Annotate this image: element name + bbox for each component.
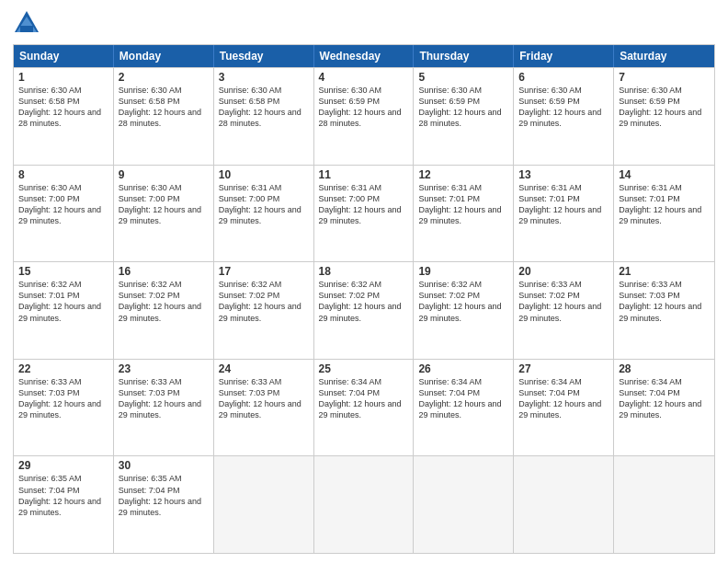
day-number: 7	[619, 71, 710, 84]
calendar-cell: 5Sunrise: 6:30 AMSunset: 6:59 PMDaylight…	[414, 68, 514, 165]
day-number: 23	[119, 362, 209, 375]
day-number: 19	[418, 265, 508, 278]
svg-rect-2	[20, 26, 33, 32]
calendar-cell: 20Sunrise: 6:33 AMSunset: 7:02 PMDayligh…	[514, 262, 614, 359]
day-info: Sunrise: 6:30 AMSunset: 6:58 PMDaylight:…	[119, 85, 209, 130]
day-number: 5	[418, 71, 508, 84]
calendar-cell: 26Sunrise: 6:34 AMSunset: 7:04 PMDayligh…	[414, 360, 514, 456]
calendar-cell: 6Sunrise: 6:30 AMSunset: 6:59 PMDaylight…	[514, 68, 614, 165]
day-info: Sunrise: 6:30 AMSunset: 6:59 PMDaylight:…	[619, 85, 710, 130]
day-number: 24	[219, 362, 309, 375]
calendar-cell: 24Sunrise: 6:33 AMSunset: 7:03 PMDayligh…	[214, 360, 314, 456]
calendar-cell: 30Sunrise: 6:35 AMSunset: 7:04 PMDayligh…	[114, 456, 214, 553]
calendar-cell: 14Sunrise: 6:31 AMSunset: 7:01 PMDayligh…	[614, 166, 714, 262]
day-info: Sunrise: 6:33 AMSunset: 7:02 PMDaylight:…	[518, 279, 609, 324]
calendar-cell: 17Sunrise: 6:32 AMSunset: 7:02 PMDayligh…	[214, 262, 314, 359]
day-number: 28	[619, 362, 710, 375]
day-info: Sunrise: 6:34 AMSunset: 7:04 PMDaylight:…	[619, 376, 710, 421]
day-number: 21	[619, 265, 710, 278]
day-number: 20	[518, 265, 609, 278]
calendar-cell: 15Sunrise: 6:32 AMSunset: 7:01 PMDayligh…	[14, 262, 114, 359]
day-info: Sunrise: 6:32 AMSunset: 7:02 PMDaylight:…	[119, 279, 209, 324]
day-info: Sunrise: 6:31 AMSunset: 7:01 PMDaylight:…	[418, 182, 508, 227]
day-info: Sunrise: 6:35 AMSunset: 7:04 PMDaylight:…	[119, 473, 209, 518]
calendar-cell	[614, 456, 714, 553]
calendar-cell: 19Sunrise: 6:32 AMSunset: 7:02 PMDayligh…	[414, 262, 514, 359]
calendar-cell: 25Sunrise: 6:34 AMSunset: 7:04 PMDayligh…	[314, 360, 415, 456]
day-info: Sunrise: 6:33 AMSunset: 7:03 PMDaylight:…	[619, 279, 710, 324]
day-info: Sunrise: 6:35 AMSunset: 7:04 PMDaylight:…	[18, 473, 108, 518]
day-number: 6	[518, 71, 609, 84]
day-info: Sunrise: 6:30 AMSunset: 7:00 PMDaylight:…	[119, 182, 209, 227]
day-number: 12	[418, 168, 508, 181]
logo-icon	[13, 9, 40, 37]
day-number: 4	[319, 71, 409, 84]
day-number: 9	[119, 168, 209, 181]
day-info: Sunrise: 6:33 AMSunset: 7:03 PMDaylight:…	[18, 376, 108, 421]
calendar-cell: 9Sunrise: 6:30 AMSunset: 7:00 PMDaylight…	[114, 166, 214, 262]
cal-header-sunday: Sunday	[14, 45, 114, 67]
day-info: Sunrise: 6:30 AMSunset: 6:59 PMDaylight:…	[518, 85, 609, 130]
day-number: 17	[219, 265, 309, 278]
calendar-cell: 28Sunrise: 6:34 AMSunset: 7:04 PMDayligh…	[614, 360, 714, 456]
day-number: 1	[18, 71, 108, 84]
calendar-cell: 4Sunrise: 6:30 AMSunset: 6:59 PMDaylight…	[314, 68, 415, 165]
calendar-cell: 18Sunrise: 6:32 AMSunset: 7:02 PMDayligh…	[314, 262, 415, 359]
calendar-cell: 16Sunrise: 6:32 AMSunset: 7:02 PMDayligh…	[114, 262, 214, 359]
day-number: 25	[319, 362, 409, 375]
calendar-cell: 2Sunrise: 6:30 AMSunset: 6:58 PMDaylight…	[114, 68, 214, 165]
calendar-week-3: 15Sunrise: 6:32 AMSunset: 7:01 PMDayligh…	[14, 261, 714, 359]
calendar-cell: 1Sunrise: 6:30 AMSunset: 6:58 PMDaylight…	[14, 68, 114, 165]
day-info: Sunrise: 6:32 AMSunset: 7:01 PMDaylight:…	[18, 279, 108, 324]
day-info: Sunrise: 6:33 AMSunset: 7:03 PMDaylight:…	[219, 376, 309, 421]
day-number: 27	[518, 362, 609, 375]
day-info: Sunrise: 6:34 AMSunset: 7:04 PMDaylight:…	[319, 376, 409, 421]
day-number: 26	[418, 362, 508, 375]
cal-header-wednesday: Wednesday	[314, 45, 415, 67]
day-info: Sunrise: 6:31 AMSunset: 7:01 PMDaylight:…	[518, 182, 609, 227]
calendar-cell: 3Sunrise: 6:30 AMSunset: 6:58 PMDaylight…	[214, 68, 314, 165]
day-number: 10	[219, 168, 309, 181]
day-info: Sunrise: 6:30 AMSunset: 6:59 PMDaylight:…	[319, 85, 409, 130]
day-info: Sunrise: 6:30 AMSunset: 6:59 PMDaylight:…	[418, 85, 508, 130]
day-number: 14	[619, 168, 710, 181]
calendar-week-4: 22Sunrise: 6:33 AMSunset: 7:03 PMDayligh…	[14, 359, 714, 456]
calendar-cell: 12Sunrise: 6:31 AMSunset: 7:01 PMDayligh…	[414, 166, 514, 262]
calendar-week-2: 8Sunrise: 6:30 AMSunset: 7:00 PMDaylight…	[14, 165, 714, 262]
day-info: Sunrise: 6:31 AMSunset: 7:00 PMDaylight:…	[219, 182, 309, 227]
day-info: Sunrise: 6:32 AMSunset: 7:02 PMDaylight:…	[319, 279, 409, 324]
header	[13, 9, 715, 37]
calendar-week-1: 1Sunrise: 6:30 AMSunset: 6:58 PMDaylight…	[14, 67, 714, 165]
calendar-cell: 11Sunrise: 6:31 AMSunset: 7:00 PMDayligh…	[314, 166, 415, 262]
day-info: Sunrise: 6:32 AMSunset: 7:02 PMDaylight:…	[219, 279, 309, 324]
calendar-cell: 8Sunrise: 6:30 AMSunset: 7:00 PMDaylight…	[14, 166, 114, 262]
logo	[13, 9, 44, 37]
calendar-cell: 21Sunrise: 6:33 AMSunset: 7:03 PMDayligh…	[614, 262, 714, 359]
cal-header-saturday: Saturday	[614, 45, 714, 67]
day-info: Sunrise: 6:34 AMSunset: 7:04 PMDaylight:…	[518, 376, 609, 421]
calendar-body: 1Sunrise: 6:30 AMSunset: 6:58 PMDaylight…	[14, 67, 714, 553]
calendar-cell: 13Sunrise: 6:31 AMSunset: 7:01 PMDayligh…	[514, 166, 614, 262]
day-number: 2	[119, 71, 209, 84]
calendar-cell: 7Sunrise: 6:30 AMSunset: 6:59 PMDaylight…	[614, 68, 714, 165]
day-number: 3	[219, 71, 309, 84]
calendar-week-5: 29Sunrise: 6:35 AMSunset: 7:04 PMDayligh…	[14, 455, 714, 553]
day-info: Sunrise: 6:31 AMSunset: 7:00 PMDaylight:…	[319, 182, 409, 227]
calendar-cell: 27Sunrise: 6:34 AMSunset: 7:04 PMDayligh…	[514, 360, 614, 456]
calendar-cell: 23Sunrise: 6:33 AMSunset: 7:03 PMDayligh…	[114, 360, 214, 456]
calendar: SundayMondayTuesdayWednesdayThursdayFrid…	[13, 44, 715, 554]
calendar-cell: 29Sunrise: 6:35 AMSunset: 7:04 PMDayligh…	[14, 456, 114, 553]
calendar-cell: 22Sunrise: 6:33 AMSunset: 7:03 PMDayligh…	[14, 360, 114, 456]
day-info: Sunrise: 6:30 AMSunset: 6:58 PMDaylight:…	[18, 85, 108, 130]
day-number: 15	[18, 265, 108, 278]
calendar-cell: 10Sunrise: 6:31 AMSunset: 7:00 PMDayligh…	[214, 166, 314, 262]
day-info: Sunrise: 6:30 AMSunset: 6:58 PMDaylight:…	[219, 85, 309, 130]
day-number: 16	[119, 265, 209, 278]
calendar-cell	[214, 456, 314, 553]
day-number: 29	[18, 459, 108, 472]
day-number: 8	[18, 168, 108, 181]
calendar-cell	[414, 456, 514, 553]
day-number: 11	[319, 168, 409, 181]
day-number: 22	[18, 362, 108, 375]
page: SundayMondayTuesdayWednesdayThursdayFrid…	[0, 0, 728, 563]
